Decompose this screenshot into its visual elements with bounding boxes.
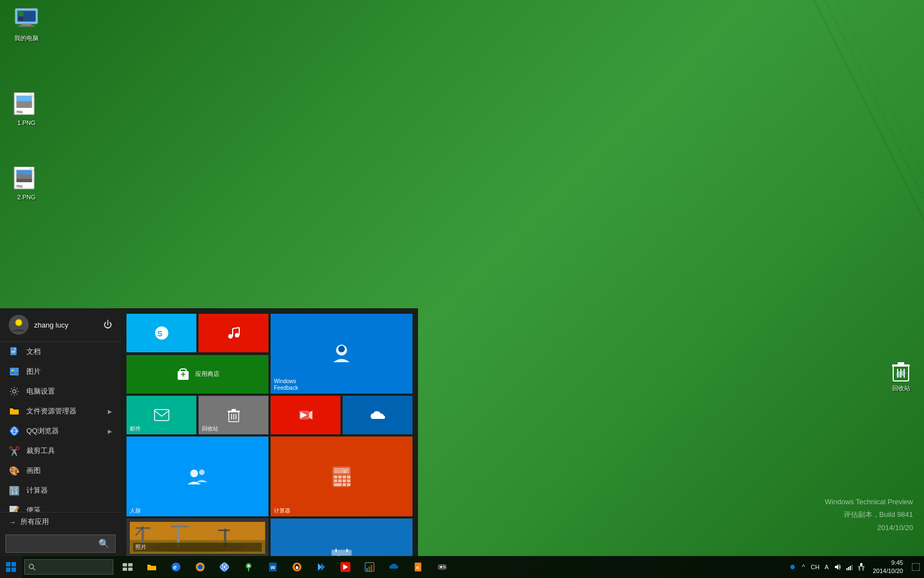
start-item-file-explorer[interactable]: 文件资源管理器 ▶ bbox=[0, 401, 121, 421]
svg-line-2 bbox=[836, 0, 924, 220]
start-item-calculator[interactable]: 🔢 计算器 bbox=[0, 481, 121, 500]
svg-rect-89 bbox=[141, 526, 144, 544]
tray-volume[interactable] bbox=[833, 562, 843, 572]
user-name: zhang lucy bbox=[34, 321, 68, 329]
start-item-paint-label: 画图 bbox=[26, 466, 41, 476]
svg-rect-152 bbox=[12, 568, 16, 572]
svg-point-191 bbox=[444, 567, 446, 568]
svg-text:PNG: PNG bbox=[16, 184, 23, 188]
start-item-pictures[interactable]: 图片 bbox=[0, 362, 121, 381]
start-search-input[interactable] bbox=[12, 540, 98, 548]
start-item-paint[interactable]: 🎨 画图 bbox=[0, 461, 121, 481]
tray-power[interactable] bbox=[856, 562, 866, 572]
start-item-notepad[interactable]: 📝 便笺 bbox=[0, 500, 121, 512]
tile-mail[interactable]: 邮件 bbox=[127, 396, 196, 434]
taskbar-kindle[interactable]: K bbox=[406, 556, 430, 578]
qq-browser-icon bbox=[9, 426, 20, 437]
svg-rect-199 bbox=[912, 563, 920, 571]
taskbar-firefox[interactable] bbox=[188, 556, 212, 578]
svg-text:PNG: PNG bbox=[16, 110, 23, 113]
desktop-icon-recycle-bin[interactable]: 回收站 bbox=[888, 358, 914, 545]
qq-browser-arrow: ▶ bbox=[108, 428, 112, 434]
tile-calendar[interactable]: 1 日 一 二 三 四 五 照片 bbox=[271, 519, 413, 556]
svg-rect-98 bbox=[332, 550, 351, 555]
start-all-apps[interactable]: → 所有应用 bbox=[0, 512, 121, 531]
svg-point-163 bbox=[199, 565, 202, 569]
tile-skype[interactable]: S bbox=[127, 314, 196, 352]
tile-mail-label: 邮件 bbox=[130, 426, 193, 432]
svg-point-58 bbox=[338, 346, 345, 352]
taskbar-edge[interactable]: e bbox=[164, 556, 188, 578]
tile-cloud[interactable] bbox=[343, 396, 413, 434]
svg-point-167 bbox=[223, 566, 226, 568]
svg-point-52 bbox=[228, 334, 233, 339]
taskbar-search[interactable] bbox=[24, 559, 113, 575]
taskbar-media-player[interactable] bbox=[333, 556, 358, 578]
tile-store[interactable]: 应用商店 bbox=[127, 355, 268, 394]
svg-line-56 bbox=[233, 328, 239, 329]
svg-rect-85 bbox=[343, 483, 346, 486]
desktop-icon-png2[interactable]: PNG 2.PNG bbox=[4, 165, 48, 200]
svg-rect-16 bbox=[16, 101, 32, 108]
start-item-calculator-label: 计算器 bbox=[26, 486, 48, 495]
tile-music[interactable] bbox=[199, 314, 268, 352]
desktop-icon-png2-label: 2.PNG bbox=[4, 194, 48, 200]
start-item-qq-browser-label: QQ浏览器 bbox=[26, 426, 59, 436]
taskbar-game[interactable] bbox=[430, 556, 454, 578]
svg-point-46 bbox=[13, 390, 16, 393]
action-center-button[interactable] bbox=[908, 556, 924, 578]
scissors-icon: ✂️ bbox=[9, 445, 20, 456]
svg-text:S: S bbox=[157, 329, 162, 338]
desktop-icon-my-computer-label: 我的电脑 bbox=[4, 34, 48, 42]
start-item-documents[interactable]: 文档 bbox=[0, 342, 121, 362]
tile-recycle[interactable]: 回收站 bbox=[199, 396, 268, 434]
tile-contacts[interactable]: 人脉 bbox=[127, 437, 268, 516]
taskbar-maps[interactable] bbox=[237, 556, 261, 578]
taskbar-task-view[interactable] bbox=[116, 556, 140, 578]
taskbar-date: 2014/10/20 bbox=[873, 567, 903, 575]
svg-rect-82 bbox=[343, 479, 346, 482]
svg-rect-182 bbox=[366, 568, 368, 571]
tray-expand[interactable]: ^ bbox=[799, 562, 809, 572]
taskbar-clock[interactable]: 9:45 2014/10/20 bbox=[868, 559, 908, 576]
start-search-bar[interactable]: 🔍 bbox=[6, 535, 116, 553]
tray-input-method[interactable]: CH bbox=[810, 562, 820, 572]
taskbar-task-manager[interactable] bbox=[358, 556, 382, 578]
tray-indicator-a[interactable]: A bbox=[822, 562, 832, 572]
tile-video[interactable] bbox=[271, 396, 340, 434]
start-item-settings[interactable]: 电脑设置 bbox=[0, 381, 121, 401]
tile-photos[interactable]: 照片 bbox=[127, 519, 268, 556]
tile-recycle-label: 回收站 bbox=[202, 426, 265, 432]
taskbar-search-input[interactable] bbox=[38, 564, 109, 570]
tile-windows-feedback-label: WindowsFeedback bbox=[274, 378, 409, 391]
svg-rect-150 bbox=[12, 562, 16, 566]
svg-rect-10 bbox=[18, 25, 35, 27]
start-item-scissors[interactable]: ✂️ 裁剪工具 bbox=[0, 441, 121, 461]
tile-store-label: 应用商店 bbox=[195, 370, 219, 378]
taskbar-metro-ie[interactable] bbox=[212, 556, 237, 578]
taskbar-qq[interactable] bbox=[285, 556, 309, 578]
arrow-right-icon: → bbox=[9, 518, 16, 526]
desktop-icon-my-computer[interactable]: 我的电脑 bbox=[4, 6, 48, 42]
desktop-icon-png1[interactable]: PNG 1.PNG bbox=[4, 91, 48, 126]
svg-rect-93 bbox=[171, 526, 189, 527]
taskbar-xunlei[interactable] bbox=[309, 556, 333, 578]
svg-rect-84 bbox=[334, 483, 342, 486]
start-item-file-explorer-label: 文件资源管理器 bbox=[26, 406, 76, 416]
start-item-pictures-label: 图片 bbox=[26, 367, 41, 377]
tile-calculator[interactable]: 0 计算器 bbox=[271, 437, 413, 516]
svg-rect-43 bbox=[10, 368, 19, 375]
file-explorer-arrow: ▶ bbox=[108, 408, 112, 415]
tile-windows-feedback[interactable]: WindowsFeedback bbox=[271, 314, 413, 394]
taskbar-onedrive[interactable] bbox=[382, 556, 406, 578]
svg-rect-156 bbox=[128, 563, 133, 566]
svg-rect-76 bbox=[334, 476, 337, 478]
taskbar-file-explorer[interactable] bbox=[140, 556, 164, 578]
taskbar-wps[interactable]: W bbox=[261, 556, 285, 578]
svg-rect-95 bbox=[218, 530, 229, 531]
power-button[interactable]: ⏻ bbox=[103, 320, 112, 330]
start-menu-left-panel: zhang lucy ⏻ 文档 bbox=[0, 308, 121, 556]
tray-network[interactable] bbox=[845, 562, 855, 572]
start-button[interactable] bbox=[0, 556, 22, 578]
start-item-qq-browser[interactable]: QQ浏览器 ▶ bbox=[0, 421, 121, 441]
